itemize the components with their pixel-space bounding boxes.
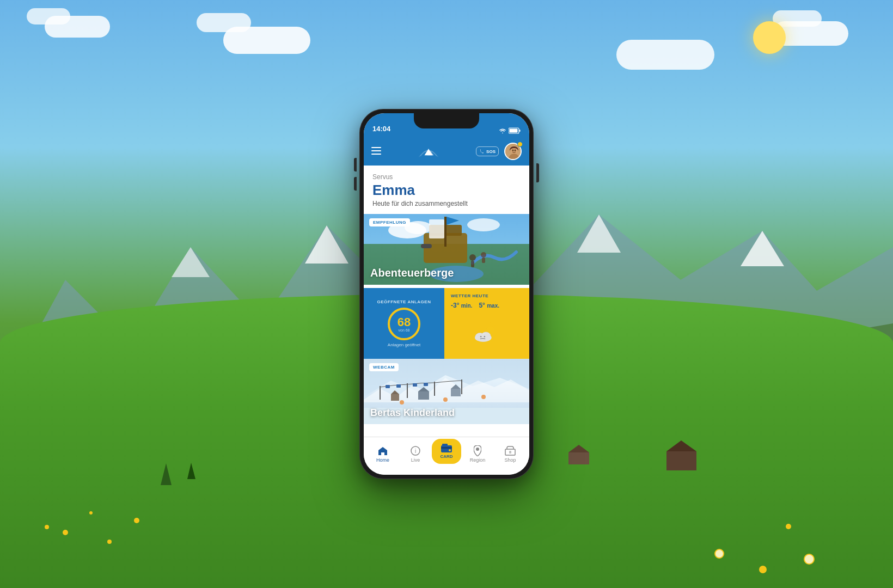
svg-point-68 [400, 400, 404, 405]
phone-icon [479, 149, 485, 154]
status-time: 14:04 [372, 125, 390, 134]
greeting-section: Servus Emma Heute für dich zusammengeste… [364, 166, 529, 214]
dandelion-1 [714, 549, 724, 559]
svg-line-42 [495, 334, 497, 336]
svg-rect-34 [471, 261, 474, 267]
home-label: Home [376, 457, 389, 463]
flower-1 [45, 525, 49, 529]
svg-rect-13 [371, 154, 381, 155]
svg-rect-75 [441, 447, 452, 449]
svg-rect-36 [482, 258, 485, 263]
tree-2 [187, 463, 195, 479]
weather-label: WETTER HEUTE [451, 293, 523, 298]
nav-card-wrapper[interactable]: CARD [432, 444, 461, 464]
volume-up [354, 158, 357, 171]
top-nav: SOS [364, 137, 529, 166]
svg-point-70 [481, 395, 486, 399]
phone: 14:04 [359, 109, 534, 479]
svg-point-33 [469, 254, 476, 261]
flower-5 [134, 518, 139, 523]
wallet-icon [441, 443, 452, 453]
svg-text:i: i [415, 448, 416, 454]
anlagen-footer: Anlagen geöffnet [388, 342, 420, 347]
svg-rect-80 [509, 451, 511, 454]
svg-point-20 [512, 150, 514, 151]
flower-6 [759, 566, 767, 573]
svg-point-47 [475, 334, 484, 340]
svg-rect-54 [391, 394, 399, 401]
recommendation-card[interactable]: EMPFEHLUNG [364, 214, 529, 285]
sos-label: SOS [486, 149, 496, 154]
svg-point-50 [484, 336, 486, 338]
anlagen-number: 68 [397, 316, 411, 328]
anlagen-label: GEÖFFNETE ANLAGEN [377, 299, 431, 304]
svg-rect-9 [519, 130, 521, 132]
phone-screen: 14:04 [364, 113, 529, 475]
tree-1 [161, 463, 172, 485]
weather-card[interactable]: WETTER HEUTE -3° min. 5° max. [444, 288, 529, 359]
app-logo [418, 143, 439, 160]
temp-min: -3° min. [451, 302, 472, 309]
webcam-badge: WEBCAM [369, 363, 399, 371]
sos-button[interactable]: SOS [476, 146, 499, 156]
location-icon [471, 445, 484, 456]
svg-rect-76 [442, 444, 448, 446]
weather-icon-container [451, 313, 523, 353]
stat-circle: 68 von 68 [388, 308, 420, 340]
live-label: Live [411, 457, 420, 463]
svg-rect-56 [418, 391, 429, 400]
stats-row: GEÖFFNETE ANLAGEN 68 von 68 Anlagen geöf… [364, 288, 529, 359]
region-label: Region [470, 457, 486, 463]
notch [414, 113, 479, 128]
shop-label: Shop [504, 457, 516, 463]
svg-point-35 [481, 252, 486, 258]
svg-rect-12 [371, 150, 381, 151]
svg-rect-11 [371, 147, 381, 148]
nav-right: SOS [476, 143, 522, 160]
svg-point-21 [515, 150, 516, 151]
bottom-nav: Home i Live [364, 437, 529, 475]
svg-rect-66 [413, 383, 417, 387]
mountain-logo-svg [418, 143, 439, 160]
anlagen-card[interactable]: GEÖFFNETE ANLAGEN 68 von 68 Anlagen geöf… [364, 288, 444, 359]
nav-card[interactable]: CARD [432, 439, 461, 464]
home-icon [376, 445, 389, 456]
svg-point-69 [443, 397, 448, 402]
svg-rect-29 [444, 217, 447, 247]
svg-rect-64 [386, 385, 390, 388]
cloud-4 [197, 13, 251, 32]
nav-live[interactable]: i Live [399, 445, 432, 463]
svg-rect-58 [451, 389, 461, 396]
svg-point-78 [476, 448, 479, 451]
svg-rect-65 [396, 384, 401, 388]
avatar-badge[interactable] [504, 143, 522, 160]
empfehlung-badge: EMPFEHLUNG [369, 218, 410, 226]
nav-spacer [364, 427, 529, 433]
nav-home[interactable]: Home [366, 445, 399, 463]
svg-rect-10 [510, 129, 518, 133]
sun [753, 21, 786, 54]
phone-outer: 14:04 [359, 109, 534, 479]
svg-line-40 [495, 324, 496, 326]
shop-icon [504, 445, 517, 456]
flower-7 [786, 524, 791, 529]
svg-rect-74 [441, 445, 452, 452]
card-label: CARD [440, 454, 452, 459]
phone-app: 14:04 [364, 113, 529, 475]
flower-4 [107, 540, 112, 544]
wifi-icon [499, 128, 506, 133]
cloud-2 [27, 8, 70, 24]
scroll-content[interactable]: Servus Emma Heute für dich zusammengeste… [364, 166, 529, 437]
svg-rect-32 [421, 244, 432, 248]
nav-shop[interactable]: Shop [494, 445, 527, 463]
cloud-6 [773, 10, 822, 27]
weather-icon [473, 322, 500, 344]
menu-button[interactable] [371, 146, 381, 157]
svg-point-77 [449, 449, 451, 451]
nav-region[interactable]: Region [461, 445, 494, 463]
webcam-card[interactable]: WEBCAM [364, 359, 529, 424]
avatar-notification-dot [517, 142, 523, 147]
greeting-sub: Servus [372, 173, 521, 181]
battery-icon [509, 127, 521, 134]
svg-marker-16 [428, 149, 430, 150]
